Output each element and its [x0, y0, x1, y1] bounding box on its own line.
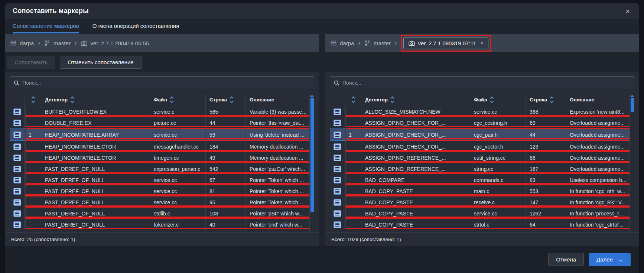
- table-row[interactable]: BAD_COPY_PASTE service.cc 1262 In functi…: [330, 208, 634, 219]
- table-row[interactable]: PAST_DEREF_OF_NULL tokenizer.c 40 Pointe…: [10, 219, 314, 230]
- column-line[interactable]: Строка: [205, 94, 245, 106]
- table-row[interactable]: BAD_COPY_PASTE receive.c 147 In function…: [330, 197, 634, 208]
- version-dropdown-label: ver. 2.7.1 090319 07:11: [418, 40, 477, 46]
- table-row[interactable]: 1 ASSIGN_OP.NO_CHECK_FOR_... cgc_pair.h …: [330, 129, 634, 141]
- chevron-down-icon: ▾: [481, 41, 483, 46]
- row-match-number: [345, 208, 361, 219]
- tab-undo-match-operations[interactable]: Отмена операций сопоставления: [92, 23, 179, 33]
- left-search-input[interactable]: [22, 80, 310, 86]
- table-row[interactable]: BAD_COPY_PASTE main.c 553 In function 'c…: [330, 186, 634, 197]
- scroll-up-icon[interactable]: [310, 95, 314, 97]
- table-row[interactable]: ASSIGN_OP.NO_REFERENCE_... cutil_string.…: [330, 152, 634, 163]
- row-file: cutil_string.cc: [470, 152, 526, 163]
- row-description: Overloaded assignme...: [566, 129, 634, 140]
- row-match-number: [25, 141, 41, 152]
- table-row[interactable]: ALLOC_SIZE_MISMATCH.NEW service.cc 368 E…: [330, 106, 634, 117]
- right-search-input[interactable]: [342, 80, 630, 86]
- row-match-number: [345, 152, 361, 163]
- right-breadcrumb: darpa › master › ver. 2.7.1 090319 07:1: [325, 34, 639, 52]
- marker-document-icon: [334, 155, 341, 161]
- column-match-number[interactable]: [25, 94, 41, 106]
- row-line: 368: [526, 106, 566, 117]
- right-panel: Детектор Файл Строка Описание ALLOC_SIZE…: [325, 52, 639, 246]
- row-description: Overloaded assignme...: [566, 117, 634, 129]
- right-scrollbar[interactable]: [630, 94, 634, 233]
- table-row[interactable]: PAST_DEREF_OF_NULL stdlib.c 108 Pointer …: [10, 208, 314, 219]
- right-table: Детектор Файл Строка Описание ALLOC_SIZE…: [330, 94, 634, 233]
- row-line: 81: [205, 186, 245, 197]
- marker-document-icon: [334, 120, 341, 126]
- column-detector[interactable]: Детектор: [361, 94, 470, 106]
- table-row[interactable]: ASSIGN_OP.NO_REFERENCE_... string.cc 167…: [330, 163, 634, 175]
- row-icon-cell: [10, 141, 25, 152]
- column-description[interactable]: Описание: [566, 94, 634, 106]
- row-description: Pointer 'Token' which ...: [245, 175, 314, 186]
- cancel-button[interactable]: Отмена: [548, 253, 584, 266]
- table-row[interactable]: ASSIGN_OP.NO_CHECK_FOR_... cgc_vector.h …: [330, 141, 634, 152]
- left-scrollbar[interactable]: [309, 94, 314, 233]
- row-detector: ASSIGN_OP.NO_CHECK_FOR_...: [361, 141, 470, 152]
- right-table-rows: ALLOC_SIZE_MISMATCH.NEW service.cc 368 E…: [330, 106, 634, 233]
- close-icon[interactable]: ×: [624, 7, 631, 16]
- left-search-box: [10, 77, 314, 89]
- next-button[interactable]: Далее →: [589, 253, 631, 266]
- row-file: messagehandler.cc: [150, 141, 205, 152]
- match-button[interactable]: Сопоставить: [7, 56, 55, 69]
- table-row[interactable]: 1 HEAP_INCOMPATIBLE.ARRAY service.cc 59 …: [10, 129, 314, 141]
- row-match-number: [25, 106, 41, 117]
- right-toolbar: [325, 52, 639, 72]
- breadcrumb-branch: master: [374, 40, 391, 46]
- table-row[interactable]: PAST_DEREF_OF_NULL service.cc 81 Pointer…: [10, 186, 314, 197]
- tab-match-markers[interactable]: Сопоставление маркеров: [13, 23, 79, 33]
- row-match-number: [25, 152, 41, 163]
- row-file: tokenizer.c: [150, 219, 205, 230]
- version-dropdown[interactable]: ver. 2.7.1 090319 07:11 ▾: [403, 38, 488, 49]
- table-row[interactable]: HEAP_INCOMPATIBLE.CTOR timegen.cc 49 Mem…: [10, 152, 314, 163]
- table-row[interactable]: PAST_DEREF_OF_NULL service.cc 95 Pointer…: [10, 197, 314, 208]
- row-line: 49: [205, 152, 245, 163]
- row-file: timegen.cc: [150, 152, 205, 163]
- row-detector: DOUBLE_FREE.EX: [41, 117, 150, 129]
- left-panel: Сопоставить Отменить сопоставление Детек…: [5, 52, 319, 246]
- marker-document-icon: [13, 143, 21, 150]
- row-detector: ASSIGN_OP.NO_CHECK_FOR_...: [361, 129, 470, 140]
- row-file: service.c: [150, 106, 205, 117]
- marker-document-icon: [334, 221, 341, 228]
- column-detector[interactable]: Детектор: [41, 94, 150, 106]
- column-match-number[interactable]: [345, 94, 361, 106]
- table-row[interactable]: PAST_DEREF_OF_NULL service.cc 67 Pointer…: [10, 175, 314, 186]
- table-row[interactable]: PAST_DEREF_OF_NULL expression_parser.c 5…: [10, 163, 314, 175]
- table-row[interactable]: DOUBLE_FREE.EX picture.cc 44 Pointer 'th…: [10, 117, 314, 129]
- marker-document-icon: [13, 177, 21, 183]
- row-line: 184: [205, 141, 245, 152]
- sort-icon: [491, 97, 493, 103]
- scroll-up-icon[interactable]: [630, 95, 634, 97]
- snapshot-icon: [409, 40, 415, 46]
- search-icon: [14, 80, 19, 86]
- column-description[interactable]: Описание: [245, 94, 314, 106]
- sort-icon: [550, 97, 553, 103]
- table-row[interactable]: HEAP_INCOMPATIBLE.CTOR messagehandler.cc…: [10, 141, 314, 152]
- right-scrollbar-thumb[interactable]: [631, 98, 634, 112]
- row-icon-cell: [10, 208, 25, 219]
- left-panel-card: Детектор Файл Строка Описание BUFFER_OVE…: [5, 72, 319, 246]
- table-row[interactable]: ASSIGN_OP.NO_CHECK_FOR_... cgc_ccstring.…: [330, 117, 634, 129]
- row-icon-cell: [10, 219, 25, 230]
- marker-document-icon: [13, 166, 21, 172]
- left-scrollbar-thumb[interactable]: [310, 98, 314, 212]
- row-detector: BUFFER_OVERFLOW.EX: [41, 106, 150, 117]
- project-icon: [331, 40, 336, 46]
- row-detector: ASSIGN_OP.NO_CHECK_FOR_...: [361, 117, 470, 129]
- table-row[interactable]: BUFFER_OVERFLOW.EX service.c 565 Variabl…: [10, 106, 314, 117]
- column-line[interactable]: Строка: [526, 94, 566, 106]
- row-match-number: [345, 175, 361, 186]
- row-line: 59: [205, 129, 245, 140]
- row-icon-cell: [330, 117, 345, 129]
- table-row[interactable]: BAD_COMPARE commands.c 83 Useless compar…: [330, 175, 634, 186]
- sort-icon: [391, 97, 394, 103]
- marker-document-icon: [334, 177, 341, 183]
- column-file[interactable]: Файл: [150, 94, 205, 106]
- column-file[interactable]: Файл: [470, 94, 526, 106]
- unmatch-button[interactable]: Отменить сопоставление: [60, 56, 141, 69]
- table-row[interactable]: BAD_COPY_PASTE strtol.c 64 In function '…: [330, 219, 634, 230]
